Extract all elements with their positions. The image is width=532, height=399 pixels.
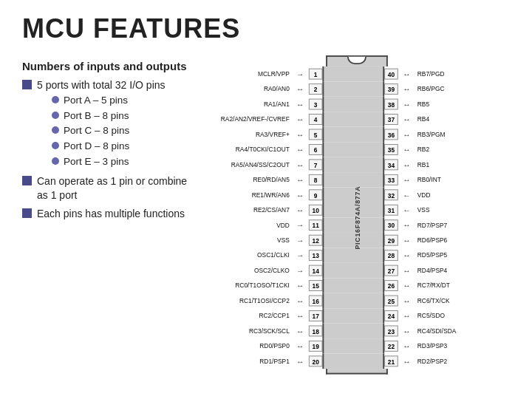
pin-number-right: 37 — [384, 114, 398, 125]
pin-arrow-right: ↔ — [398, 327, 415, 335]
pin-number-right: 34 — [384, 159, 398, 170]
pin-arrow-left: ↔ — [291, 176, 308, 184]
chip-body-segment — [322, 188, 384, 202]
pin-row: VDD→1130↔RD7/PSP7 — [209, 217, 498, 232]
pin-arrow-left: ↔ — [291, 100, 308, 108]
pin-number-right: 40 — [384, 69, 398, 80]
main-bullet-list: 5 ports with total 32 I/O pins Port A – … — [22, 78, 192, 221]
pin-number-left: 11 — [308, 219, 322, 231]
pin-number-left: 13 — [308, 250, 322, 261]
sub-label-portb: Port B – 8 pins — [64, 109, 129, 123]
pin-arrow-right: ↔ — [398, 357, 415, 365]
chip-body-segment — [322, 142, 384, 157]
pin-arrow-left: ↔ — [291, 206, 308, 214]
pin-name-right: RD5/PSP5 — [415, 252, 498, 259]
left-panel: Numbers of inputs and outputs 5 ports wi… — [0, 52, 200, 399]
pin-number-right: 23 — [384, 325, 398, 336]
pin-arrow-right: ↔ — [398, 296, 415, 304]
pin-name-right: RC4/SDI/SDA — [415, 327, 498, 334]
pin-name-right: VSS — [415, 207, 498, 214]
pin-row: RA4/T0CKI/C1OUT↔635↔RB2 — [209, 142, 498, 157]
pin-arrow-right: ↔ — [398, 160, 415, 168]
pin-number-left: 12 — [308, 235, 322, 246]
pin-number-left: 20 — [308, 355, 322, 366]
pin-number-right: 21 — [384, 355, 398, 366]
pin-name-left: RA3/VREF+ — [209, 131, 292, 137]
pin-row: OSC2/CLKO→1427↔RD4/PSP4 — [209, 263, 498, 278]
chip-body-segment — [322, 278, 384, 293]
ports-sub-list: Port A – 5 pins Port B – 8 pins Port C –… — [52, 94, 166, 168]
bullet-item-ports-label: 5 ports with total 32 I/O pins — [37, 79, 166, 91]
pin-arrow-right: ← — [398, 191, 415, 199]
bullet-square-icon-3 — [22, 208, 32, 218]
pin-arrow-right: ↔ — [398, 342, 415, 350]
pin-row: RC1/T1OSI/CCP2↔1625↔RC6/TX/CK — [209, 293, 498, 308]
pin-name-right: RB0/INT — [415, 177, 498, 183]
pin-name-left: RC1/T1OSI/CCP2 — [209, 297, 292, 304]
pin-row: RA3/VREF+↔536↔RB3/PGM — [209, 127, 498, 142]
pin-row: VSS→1229↔RD6/PSP6 — [209, 233, 498, 248]
pin-arrow-left: ↔ — [291, 312, 308, 320]
pin-arrow-left: ↔ — [291, 191, 308, 199]
chip-body-segment — [322, 97, 384, 112]
pin-number-left: 8 — [308, 174, 322, 185]
pin-number-left: 14 — [308, 265, 322, 276]
bullet-square-icon — [22, 80, 32, 89]
sub-label-porte: Port E – 3 pins — [64, 155, 129, 168]
bullet-square-icon-2 — [22, 176, 32, 185]
sub-item-porte: Port E – 3 pins — [52, 155, 166, 168]
chip-body-segment — [322, 338, 384, 353]
pin-row: RC3/SCK/SCL↔1823↔RC4/SDI/SDA — [209, 324, 498, 338]
header: MCU FEATURES — [0, 0, 532, 52]
pin-row: RA1/AN1↔338↔RB5 — [209, 97, 498, 112]
content-area: Numbers of inputs and outputs 5 ports wi… — [0, 52, 532, 399]
pin-name-left: VSS — [209, 237, 292, 244]
pin-number-left: 7 — [308, 159, 322, 170]
pin-name-right: RB3/PGM — [415, 131, 498, 137]
bullet-item-ports: 5 ports with total 32 I/O pins Port A – … — [22, 78, 192, 171]
pin-number-left: 3 — [308, 99, 322, 110]
sub-item-portb: Port B – 8 pins — [52, 109, 166, 123]
chip-body-segment — [322, 202, 384, 217]
sub-item-portd: Port D – 8 pins — [52, 140, 166, 153]
sub-item-portc: Port C – 8 pins — [52, 124, 166, 137]
pin-arrow-right: ↔ — [398, 85, 415, 93]
pin-number-right: 29 — [384, 235, 398, 246]
chip-body-segment — [322, 157, 384, 172]
circle-icon-e — [52, 157, 59, 165]
pin-row: OSC1/CLKI→1328↔RD5/PSP5 — [209, 248, 498, 262]
pin-arrow-left: ↔ — [291, 85, 308, 93]
page: MCU FEATURES Numbers of inputs and outpu… — [0, 0, 532, 399]
mcu-diagram: MCLR/VPP→140↔RB7/PGDRA0/AN0↔239↔RB6/PGCR… — [209, 55, 498, 375]
pin-arrow-left: → — [291, 221, 308, 229]
sub-label-portd: Port D – 8 pins — [64, 140, 129, 153]
pin-arrow-right: ↔ — [398, 130, 415, 138]
pin-name-left: OSC1/CLKI — [209, 252, 292, 259]
pin-row: RD0/PSP0↔1922↔RD3/PSP3 — [209, 338, 498, 353]
pin-name-left: RA2/AN2/VREF-/CVREF — [209, 116, 292, 123]
pin-name-right: RC7/RX/DT — [415, 282, 498, 289]
pin-row: MCLR/VPP→140↔RB7/PGD — [209, 66, 498, 81]
pin-arrow-right: ↔ — [398, 236, 415, 245]
pin-arrow-left: → — [291, 236, 308, 245]
pin-number-right: 36 — [384, 129, 398, 140]
circle-icon-c — [52, 126, 59, 134]
pin-row: RA5/AN4/SS/C2OUT↔734↔RB1 — [209, 157, 498, 172]
chip-body-segment — [322, 217, 384, 232]
right-panel: MCLR/VPP→140↔RB7/PGDRA0/AN0↔239↔RB6/PGCR… — [200, 52, 532, 399]
pin-number-right: 25 — [384, 296, 398, 307]
pin-name-left: VDD — [209, 222, 292, 228]
pin-number-right: 26 — [384, 280, 398, 291]
chip-body-segment — [322, 293, 384, 308]
pin-arrow-left: ↔ — [291, 282, 308, 290]
pin-rows-container: MCLR/VPP→140↔RB7/PGDRA0/AN0↔239↔RB6/PGCR… — [209, 66, 498, 369]
chip-body-segment — [322, 66, 384, 81]
pin-row: RE0/RD/AN5↔833↔RB0/INT — [209, 172, 498, 187]
sub-label-porta: Port A – 5 pins — [64, 94, 128, 107]
pin-arrow-right: ↔ — [398, 100, 415, 108]
sub-label-portc: Port C – 8 pins — [64, 124, 129, 137]
pin-name-right: VDD — [415, 191, 498, 198]
pin-name-left: RE2/CS/AN7 — [209, 207, 292, 214]
pin-arrow-left: → — [291, 251, 308, 259]
pin-name-right: RC6/TX/CK — [415, 297, 498, 304]
